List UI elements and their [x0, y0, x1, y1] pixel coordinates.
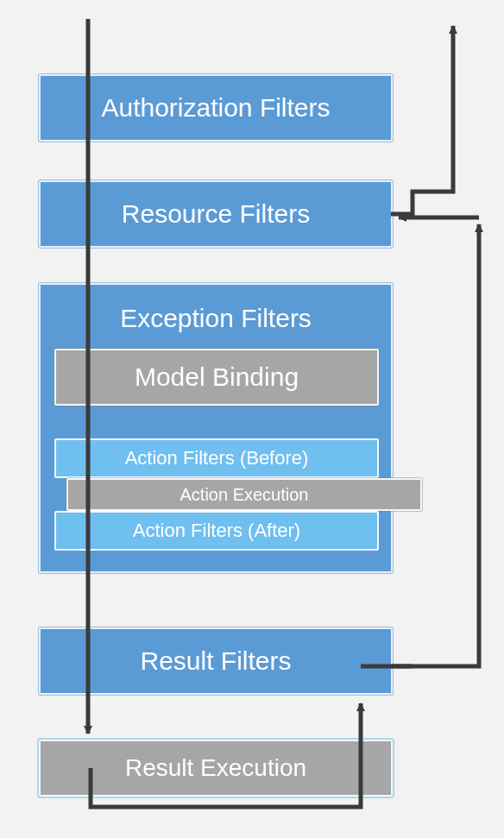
label-resource-filters: Resource Filters [122, 199, 310, 229]
label-action-execution: Action Execution [180, 485, 309, 505]
label-exception-filters: Exception Filters [41, 304, 391, 333]
box-authorization-filters: Authorization Filters [39, 74, 393, 142]
label-model-binding: Model Binding [135, 362, 299, 392]
box-exception-filters: Exception Filters Model Binding Action F… [39, 283, 393, 573]
label-authorization-filters: Authorization Filters [101, 93, 330, 123]
label-result-filters: Result Filters [140, 646, 291, 676]
label-action-filters-before: Action Filters (Before) [125, 447, 309, 469]
box-action-filters-after: Action Filters (After) [54, 511, 379, 551]
box-action-execution: Action Execution [66, 478, 422, 511]
box-result-filters: Result Filters [39, 627, 393, 695]
label-result-execution: Result Execution [125, 754, 306, 782]
box-model-binding: Model Binding [54, 349, 379, 406]
box-action-filters-before: Action Filters (Before) [54, 438, 379, 478]
box-resource-filters: Resource Filters [39, 180, 393, 248]
box-result-execution: Result Execution [39, 740, 393, 797]
label-action-filters-after: Action Filters (After) [133, 520, 300, 542]
